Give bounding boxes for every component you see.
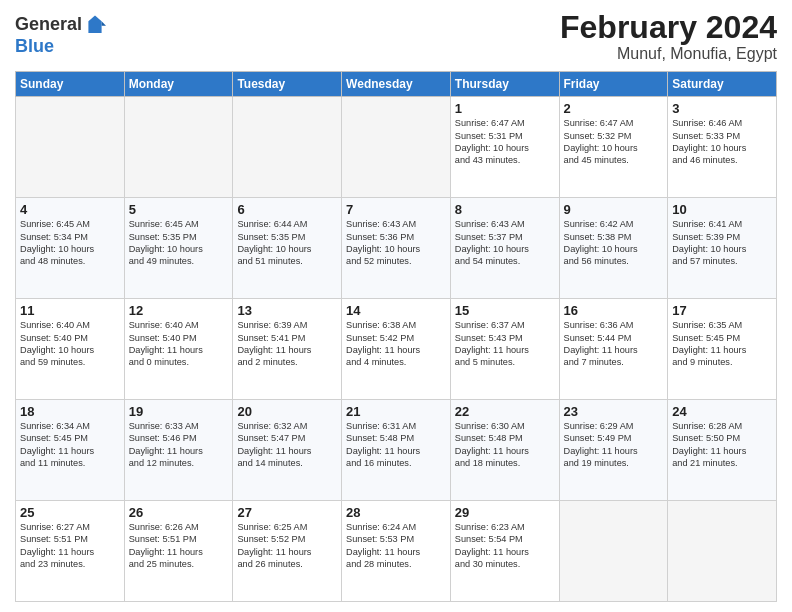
- cell-content: Sunrise: 6:31 AM Sunset: 5:48 PM Dayligh…: [346, 420, 446, 470]
- day-number: 5: [129, 202, 229, 217]
- calendar-cell: 28Sunrise: 6:24 AM Sunset: 5:53 PM Dayli…: [342, 501, 451, 602]
- calendar-cell: 26Sunrise: 6:26 AM Sunset: 5:51 PM Dayli…: [124, 501, 233, 602]
- calendar-header-monday: Monday: [124, 72, 233, 97]
- cell-content: Sunrise: 6:39 AM Sunset: 5:41 PM Dayligh…: [237, 319, 337, 369]
- day-number: 27: [237, 505, 337, 520]
- cell-content: Sunrise: 6:32 AM Sunset: 5:47 PM Dayligh…: [237, 420, 337, 470]
- calendar-cell: 10Sunrise: 6:41 AM Sunset: 5:39 PM Dayli…: [668, 198, 777, 299]
- cell-content: Sunrise: 6:24 AM Sunset: 5:53 PM Dayligh…: [346, 521, 446, 571]
- day-number: 25: [20, 505, 120, 520]
- day-number: 16: [564, 303, 664, 318]
- calendar-cell: [342, 97, 451, 198]
- cell-content: Sunrise: 6:40 AM Sunset: 5:40 PM Dayligh…: [129, 319, 229, 369]
- day-number: 28: [346, 505, 446, 520]
- day-number: 18: [20, 404, 120, 419]
- calendar-cell: 23Sunrise: 6:29 AM Sunset: 5:49 PM Dayli…: [559, 400, 668, 501]
- logo-blue: Blue: [15, 36, 106, 57]
- calendar-week-row: 18Sunrise: 6:34 AM Sunset: 5:45 PM Dayli…: [16, 400, 777, 501]
- calendar-cell: [124, 97, 233, 198]
- calendar-cell: 17Sunrise: 6:35 AM Sunset: 5:45 PM Dayli…: [668, 299, 777, 400]
- cell-content: Sunrise: 6:23 AM Sunset: 5:54 PM Dayligh…: [455, 521, 555, 571]
- cell-content: Sunrise: 6:27 AM Sunset: 5:51 PM Dayligh…: [20, 521, 120, 571]
- day-number: 22: [455, 404, 555, 419]
- calendar-cell: 18Sunrise: 6:34 AM Sunset: 5:45 PM Dayli…: [16, 400, 125, 501]
- day-number: 10: [672, 202, 772, 217]
- calendar-cell: 5Sunrise: 6:45 AM Sunset: 5:35 PM Daylig…: [124, 198, 233, 299]
- calendar-week-row: 4Sunrise: 6:45 AM Sunset: 5:34 PM Daylig…: [16, 198, 777, 299]
- cell-content: Sunrise: 6:40 AM Sunset: 5:40 PM Dayligh…: [20, 319, 120, 369]
- calendar-cell: 25Sunrise: 6:27 AM Sunset: 5:51 PM Dayli…: [16, 501, 125, 602]
- calendar-cell: 15Sunrise: 6:37 AM Sunset: 5:43 PM Dayli…: [450, 299, 559, 400]
- calendar-table: SundayMondayTuesdayWednesdayThursdayFrid…: [15, 71, 777, 602]
- calendar-cell: 3Sunrise: 6:46 AM Sunset: 5:33 PM Daylig…: [668, 97, 777, 198]
- calendar-cell: [16, 97, 125, 198]
- cell-content: Sunrise: 6:28 AM Sunset: 5:50 PM Dayligh…: [672, 420, 772, 470]
- header: General Blue February 2024 Munuf, Monufi…: [15, 10, 777, 63]
- calendar-cell: 16Sunrise: 6:36 AM Sunset: 5:44 PM Dayli…: [559, 299, 668, 400]
- svg-marker-1: [102, 22, 106, 26]
- day-number: 15: [455, 303, 555, 318]
- cell-content: Sunrise: 6:36 AM Sunset: 5:44 PM Dayligh…: [564, 319, 664, 369]
- page-subtitle: Munuf, Monufia, Egypt: [560, 45, 777, 63]
- calendar-cell: 9Sunrise: 6:42 AM Sunset: 5:38 PM Daylig…: [559, 198, 668, 299]
- cell-content: Sunrise: 6:47 AM Sunset: 5:31 PM Dayligh…: [455, 117, 555, 167]
- day-number: 4: [20, 202, 120, 217]
- calendar-cell: 2Sunrise: 6:47 AM Sunset: 5:32 PM Daylig…: [559, 97, 668, 198]
- cell-content: Sunrise: 6:41 AM Sunset: 5:39 PM Dayligh…: [672, 218, 772, 268]
- cell-content: Sunrise: 6:45 AM Sunset: 5:35 PM Dayligh…: [129, 218, 229, 268]
- cell-content: Sunrise: 6:26 AM Sunset: 5:51 PM Dayligh…: [129, 521, 229, 571]
- day-number: 20: [237, 404, 337, 419]
- cell-content: Sunrise: 6:35 AM Sunset: 5:45 PM Dayligh…: [672, 319, 772, 369]
- day-number: 9: [564, 202, 664, 217]
- cell-content: Sunrise: 6:47 AM Sunset: 5:32 PM Dayligh…: [564, 117, 664, 167]
- cell-content: Sunrise: 6:25 AM Sunset: 5:52 PM Dayligh…: [237, 521, 337, 571]
- calendar-cell: [233, 97, 342, 198]
- calendar-header-saturday: Saturday: [668, 72, 777, 97]
- calendar-cell: 11Sunrise: 6:40 AM Sunset: 5:40 PM Dayli…: [16, 299, 125, 400]
- page: General Blue February 2024 Munuf, Monufi…: [0, 0, 792, 612]
- calendar-week-row: 11Sunrise: 6:40 AM Sunset: 5:40 PM Dayli…: [16, 299, 777, 400]
- day-number: 13: [237, 303, 337, 318]
- day-number: 6: [237, 202, 337, 217]
- svg-marker-0: [88, 16, 101, 34]
- calendar-header-wednesday: Wednesday: [342, 72, 451, 97]
- cell-content: Sunrise: 6:43 AM Sunset: 5:37 PM Dayligh…: [455, 218, 555, 268]
- cell-content: Sunrise: 6:33 AM Sunset: 5:46 PM Dayligh…: [129, 420, 229, 470]
- cell-content: Sunrise: 6:29 AM Sunset: 5:49 PM Dayligh…: [564, 420, 664, 470]
- calendar-cell: 21Sunrise: 6:31 AM Sunset: 5:48 PM Dayli…: [342, 400, 451, 501]
- cell-content: Sunrise: 6:44 AM Sunset: 5:35 PM Dayligh…: [237, 218, 337, 268]
- calendar-cell: 22Sunrise: 6:30 AM Sunset: 5:48 PM Dayli…: [450, 400, 559, 501]
- calendar-header-row: SundayMondayTuesdayWednesdayThursdayFrid…: [16, 72, 777, 97]
- day-number: 14: [346, 303, 446, 318]
- page-title: February 2024: [560, 10, 777, 45]
- logo: General Blue: [15, 14, 106, 57]
- day-number: 8: [455, 202, 555, 217]
- day-number: 26: [129, 505, 229, 520]
- cell-content: Sunrise: 6:37 AM Sunset: 5:43 PM Dayligh…: [455, 319, 555, 369]
- day-number: 3: [672, 101, 772, 116]
- day-number: 23: [564, 404, 664, 419]
- cell-content: Sunrise: 6:42 AM Sunset: 5:38 PM Dayligh…: [564, 218, 664, 268]
- calendar-cell: 29Sunrise: 6:23 AM Sunset: 5:54 PM Dayli…: [450, 501, 559, 602]
- calendar-header-thursday: Thursday: [450, 72, 559, 97]
- calendar-cell: 24Sunrise: 6:28 AM Sunset: 5:50 PM Dayli…: [668, 400, 777, 501]
- cell-content: Sunrise: 6:46 AM Sunset: 5:33 PM Dayligh…: [672, 117, 772, 167]
- day-number: 2: [564, 101, 664, 116]
- calendar-header-friday: Friday: [559, 72, 668, 97]
- calendar-cell: 13Sunrise: 6:39 AM Sunset: 5:41 PM Dayli…: [233, 299, 342, 400]
- cell-content: Sunrise: 6:30 AM Sunset: 5:48 PM Dayligh…: [455, 420, 555, 470]
- calendar-cell: 8Sunrise: 6:43 AM Sunset: 5:37 PM Daylig…: [450, 198, 559, 299]
- day-number: 12: [129, 303, 229, 318]
- calendar-cell: 19Sunrise: 6:33 AM Sunset: 5:46 PM Dayli…: [124, 400, 233, 501]
- day-number: 21: [346, 404, 446, 419]
- day-number: 19: [129, 404, 229, 419]
- cell-content: Sunrise: 6:34 AM Sunset: 5:45 PM Dayligh…: [20, 420, 120, 470]
- calendar-header-tuesday: Tuesday: [233, 72, 342, 97]
- day-number: 24: [672, 404, 772, 419]
- calendar-cell: 27Sunrise: 6:25 AM Sunset: 5:52 PM Dayli…: [233, 501, 342, 602]
- day-number: 17: [672, 303, 772, 318]
- day-number: 11: [20, 303, 120, 318]
- day-number: 1: [455, 101, 555, 116]
- calendar-cell: [559, 501, 668, 602]
- calendar-cell: 7Sunrise: 6:43 AM Sunset: 5:36 PM Daylig…: [342, 198, 451, 299]
